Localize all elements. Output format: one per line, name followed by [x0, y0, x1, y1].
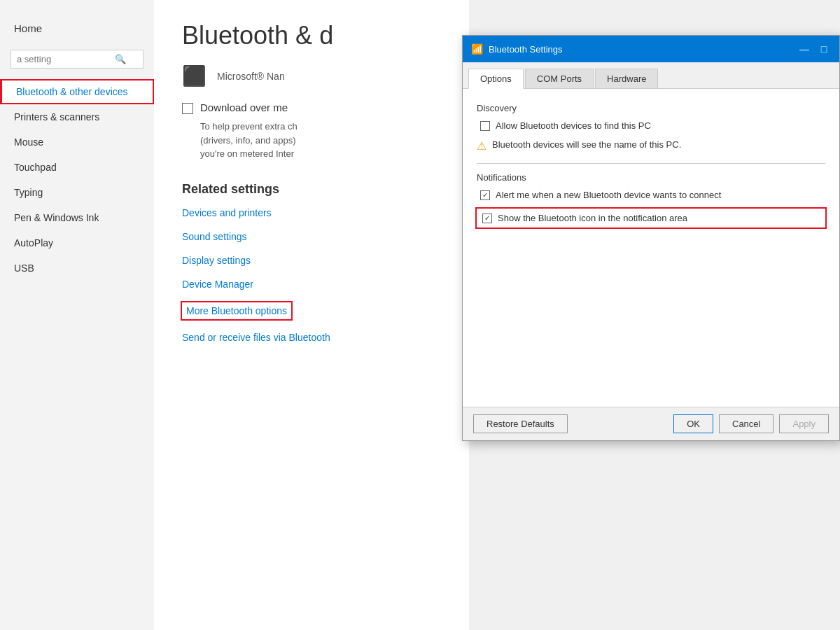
notifications-checkbox[interactable]: [480, 190, 490, 200]
link-send-receive[interactable]: Send or receive files via Bluetooth: [182, 332, 441, 343]
sidebar-item-touchpad[interactable]: Touchpad: [0, 155, 154, 180]
show-icon-checkbox-row: Show the Bluetooth icon in the notificat…: [477, 209, 825, 227]
sidebar-nav: Bluetooth & other devices Printers & sca…: [0, 79, 154, 281]
link-display-settings[interactable]: Display settings: [182, 255, 441, 266]
link-more-bluetooth[interactable]: More Bluetooth options: [182, 302, 291, 319]
main-content: Bluetooth & d ⬛ Microsoft® Nan Download …: [154, 0, 469, 630]
link-devices-printers[interactable]: Devices and printers: [182, 207, 441, 218]
device-row: ⬛ Microsoft® Nan: [182, 64, 441, 88]
dialog-tabs: Options COM Ports Hardware: [463, 62, 839, 89]
ok-button[interactable]: OK: [673, 414, 713, 433]
device-icon: ⬛: [182, 64, 206, 88]
search-icon: 🔍: [115, 54, 126, 64]
search-box[interactable]: 🔍: [10, 50, 144, 69]
search-input[interactable]: [17, 54, 115, 64]
dialog-titlebar: 📶 Bluetooth Settings — □: [463, 36, 839, 62]
download-section: Download over me To help prevent extra c…: [182, 102, 441, 161]
dialog-body: Discovery Allow Bluetooth devices to fin…: [463, 89, 839, 407]
notifications-section-label: Notifications: [477, 172, 825, 183]
restore-defaults-button[interactable]: Restore Defaults: [473, 414, 568, 433]
sidebar-item-pen[interactable]: Pen & Windows Ink: [0, 205, 154, 230]
sidebar-home[interactable]: Home: [0, 14, 154, 43]
sidebar: Home 🔍 Bluetooth & other devices Printer…: [0, 0, 154, 630]
download-desc: To help prevent extra ch(drivers, info, …: [200, 120, 441, 161]
sidebar-item-typing[interactable]: Typing: [0, 180, 154, 205]
discovery-checkbox[interactable]: [480, 121, 490, 131]
tab-hardware[interactable]: Hardware: [595, 69, 658, 89]
sidebar-item-usb[interactable]: USB: [0, 255, 154, 281]
warning-row: ⚠ Bluetooth devices will see the name of…: [477, 139, 825, 153]
discovery-section-label: Discovery: [477, 103, 825, 113]
sidebar-item-bluetooth[interactable]: Bluetooth & other devices: [0, 79, 154, 104]
bluetooth-settings-dialog: 📶 Bluetooth Settings — □ Options COM Por…: [462, 35, 840, 441]
bluetooth-icon: 📶: [471, 43, 483, 55]
download-checkbox[interactable]: [182, 103, 193, 114]
show-icon-checkbox[interactable]: [482, 214, 492, 223]
dialog-footer: Restore Defaults OK Cancel Apply: [463, 407, 839, 440]
window-controls: — □: [797, 43, 831, 55]
sidebar-item-mouse[interactable]: Mouse: [0, 130, 154, 155]
download-label: Download over me: [200, 102, 288, 113]
link-device-manager[interactable]: Device Manager: [182, 279, 441, 290]
show-icon-label: Show the Bluetooth icon in the notificat…: [498, 213, 687, 223]
cancel-button[interactable]: Cancel: [719, 414, 774, 433]
related-settings-title: Related settings: [182, 182, 441, 197]
discovery-checkbox-row: Allow Bluetooth devices to find this PC: [477, 120, 825, 131]
maximize-button[interactable]: □: [817, 43, 831, 55]
divider: [477, 163, 825, 164]
discovery-checkbox-label: Allow Bluetooth devices to find this PC: [496, 120, 651, 131]
link-sound-settings[interactable]: Sound settings: [182, 231, 441, 242]
notifications-checkbox-row: Alert me when a new Bluetooth device wan…: [477, 190, 825, 200]
notifications-checkbox-label: Alert me when a new Bluetooth device wan…: [496, 190, 721, 200]
download-row: Download over me: [182, 102, 441, 114]
warning-icon: ⚠: [477, 139, 486, 153]
dialog-title: Bluetooth Settings: [489, 44, 797, 55]
apply-button[interactable]: Apply: [779, 414, 829, 433]
warning-text: Bluetooth devices will see the name of t…: [492, 139, 681, 150]
tab-options[interactable]: Options: [468, 69, 524, 89]
device-name: Microsoft® Nan: [217, 71, 285, 82]
tab-com-ports[interactable]: COM Ports: [525, 69, 594, 89]
page-title: Bluetooth & d: [182, 21, 441, 50]
sidebar-item-autoplay[interactable]: AutoPlay: [0, 230, 154, 255]
minimize-button[interactable]: —: [797, 43, 811, 55]
sidebar-item-printers[interactable]: Printers & scanners: [0, 104, 154, 130]
